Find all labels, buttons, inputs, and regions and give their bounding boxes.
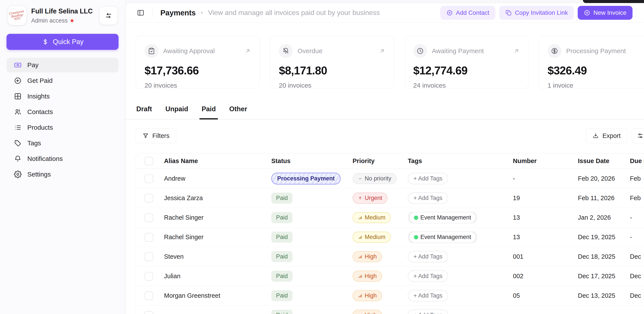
invoice-number: 19 — [513, 194, 578, 202]
sidebar-item-label: Get Paid — [27, 77, 53, 84]
tag-chip[interactable]: Event Management — [409, 212, 476, 223]
toolbar-right: Export — [586, 128, 644, 143]
add-tags-button[interactable]: + Add Tags — [408, 290, 448, 301]
add-contact-button[interactable]: Add Contact — [440, 6, 495, 20]
add-tags-button[interactable]: + Add Tags — [408, 270, 448, 282]
tab-unpaid[interactable]: Unpaid — [165, 104, 188, 119]
table-row[interactable]: Rachel SingerPaidMediumEvent Management1… — [136, 227, 644, 247]
tab-paid[interactable]: Paid — [201, 104, 216, 119]
add-tags-button[interactable]: + Add Tags — [408, 251, 448, 262]
table-row[interactable]: AndrewProcessing PaymentNo priority+ Add… — [136, 169, 644, 188]
table-row[interactable]: PaidHigh+ Add Tags — [136, 305, 644, 314]
column-header[interactable]: Alias Name — [164, 157, 271, 165]
column-header[interactable]: Priority — [352, 157, 408, 165]
access-label: Admin access — [31, 17, 68, 24]
sidebar-item-notifications[interactable]: Notifications — [6, 151, 118, 166]
header-divider — [152, 8, 152, 18]
add-tags-button[interactable]: + Add Tags — [408, 173, 448, 184]
row-checkbox[interactable] — [144, 291, 153, 300]
arrow-up-right-icon[interactable] — [513, 48, 520, 54]
arrow-up-icon — [358, 196, 362, 201]
arrow-up-right-icon[interactable] — [244, 48, 251, 54]
table-row[interactable]: Jessica ZarzaPaidUrgent+ Add Tags19Feb 1… — [136, 188, 644, 208]
column-header[interactable]: Status — [271, 157, 352, 165]
priority-badge[interactable]: High — [352, 271, 382, 282]
priority-label: No priority — [365, 175, 391, 182]
add-tags-button[interactable]: + Add Tags — [408, 192, 448, 204]
priority-badge[interactable]: Medium — [352, 212, 391, 223]
tab-other[interactable]: Other — [229, 104, 248, 119]
sidebar-item-settings[interactable]: Settings — [6, 167, 118, 182]
header-end-divider — [636, 8, 636, 18]
row-checkbox[interactable] — [144, 311, 153, 314]
stat-card-awaiting-approval: Awaiting Approval$17,736.6620 invoices — [136, 36, 260, 89]
row-checkbox[interactable] — [144, 233, 153, 242]
page-subtitle: View and manage all invoices paid out by… — [208, 9, 380, 17]
table-row[interactable]: Morgan GreenstreetPaidHigh+ Add Tags05De… — [136, 286, 644, 305]
due-date: - — [630, 233, 644, 241]
due-date: Feb — [630, 194, 644, 202]
export-button[interactable]: Export — [586, 128, 627, 143]
priority-badge[interactable]: Medium — [352, 232, 391, 243]
issue-date: Feb 11, 2026 — [578, 194, 630, 202]
row-checkbox[interactable] — [144, 174, 153, 183]
status-badge: Paid — [271, 290, 292, 301]
stat-card-awaiting-payment: Awaiting Payment$12,774.6924 invoices — [404, 36, 528, 89]
sidebar-item-products[interactable]: Products — [6, 120, 118, 135]
table-row[interactable]: StevenPaidHigh+ Add Tags001Dec 18, 2025D… — [136, 247, 644, 266]
stat-label: Awaiting Payment — [432, 47, 508, 55]
sidebar-item-tags[interactable]: Tags — [6, 136, 118, 150]
sidebar-item-label: Insights — [27, 93, 50, 100]
priority-badge[interactable]: High — [352, 290, 382, 301]
tag-chip[interactable]: Event Management — [409, 231, 476, 243]
row-checkbox[interactable] — [144, 272, 153, 281]
new-invoice-button[interactable]: New Invoice — [578, 6, 632, 20]
copy-invitation-link-button[interactable]: Copy Invitation Link — [499, 6, 574, 20]
row-checkbox[interactable] — [144, 213, 153, 222]
row-checkbox[interactable] — [144, 252, 153, 261]
org-switcher: Creatures Rooftop NYC Full Life Selina L… — [6, 6, 118, 25]
sidebar-item-insights[interactable]: Insights — [6, 89, 118, 104]
column-header[interactable]: Due Date — [630, 157, 644, 165]
status-badge: Paid — [271, 232, 292, 243]
priority-badge[interactable]: High — [352, 310, 382, 314]
table-row[interactable]: JulianPaidHigh+ Add Tags002Dec 17, 2025D… — [136, 266, 644, 286]
column-header[interactable]: Number — [513, 157, 578, 165]
column-header[interactable]: Issue Date — [578, 157, 630, 165]
issue-date: Dec 17, 2025 — [578, 272, 630, 280]
column-header[interactable]: Tags — [408, 157, 513, 165]
table-row[interactable]: Rachel SingerPaidMediumEvent Management1… — [136, 208, 644, 227]
priority-badge[interactable]: No priority — [352, 173, 396, 184]
button-label: Add Contact — [456, 9, 489, 16]
company-logo[interactable]: Creatures Rooftop NYC — [7, 6, 26, 25]
sidebar-item-pay[interactable]: Pay — [6, 58, 118, 72]
invoice-number: 13 — [513, 233, 578, 241]
issue-date: Dec 13, 2025 — [578, 292, 630, 299]
alias-name: Morgan Greenstreet — [164, 292, 271, 299]
view-settings-button[interactable] — [632, 128, 644, 143]
switch-org-button[interactable] — [100, 7, 118, 25]
add-tags-button[interactable]: + Add Tags — [408, 309, 448, 314]
invoices-table: Alias Name Status Priority Tags Number I… — [136, 153, 644, 314]
quick-pay-button[interactable]: Quick Pay — [6, 34, 118, 50]
filters-button[interactable]: Filters — [136, 128, 176, 143]
select-all-checkbox[interactable] — [144, 157, 153, 165]
status-badge: Paid — [271, 310, 292, 314]
priority-badge[interactable]: High — [352, 251, 382, 262]
alias-name: Rachel Singer — [164, 233, 271, 241]
priority-label: Urgent — [365, 195, 382, 201]
priority-badge[interactable]: Urgent — [352, 193, 388, 204]
arrow-up-right-icon[interactable] — [379, 48, 385, 54]
tab-draft[interactable]: Draft — [136, 104, 152, 119]
company-name: Full Life Selina LLC — [31, 7, 95, 15]
priority-label: Medium — [365, 234, 386, 240]
sidebar-item-contacts[interactable]: Contacts — [6, 105, 118, 119]
row-checkbox[interactable] — [144, 194, 153, 203]
sidebar-toggle-button[interactable] — [137, 9, 144, 17]
copy-icon — [505, 10, 512, 16]
signal-bars-icon — [358, 235, 362, 240]
sliders-icon — [637, 133, 644, 139]
bell-icon — [14, 155, 22, 163]
priority-label: High — [365, 253, 377, 260]
sidebar-item-get-paid[interactable]: Get Paid — [6, 73, 118, 88]
